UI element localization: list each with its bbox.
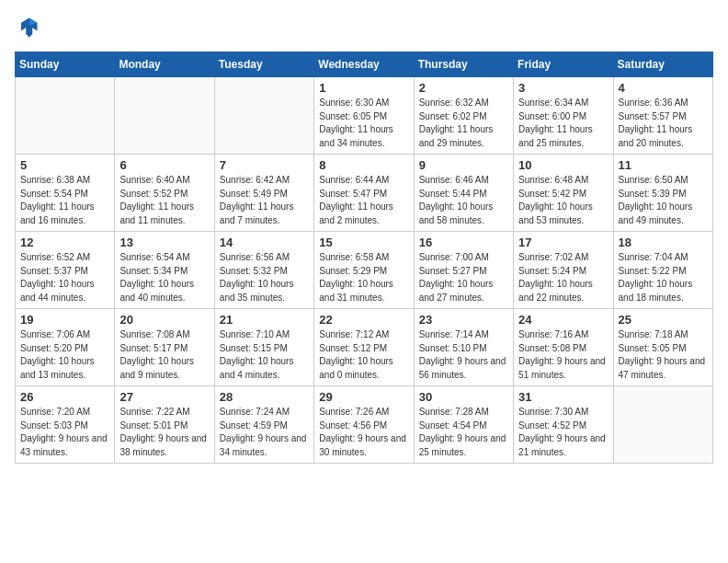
calendar-cell: 28Sunrise: 7:24 AM Sunset: 4:59 PM Dayli…: [214, 386, 313, 464]
day-info: Sunrise: 7:24 AM Sunset: 4:59 PM Dayligh…: [220, 406, 309, 459]
calendar-cell: 21Sunrise: 7:10 AM Sunset: 5:15 PM Dayli…: [214, 309, 313, 386]
calendar-cell: 1Sunrise: 6:30 AM Sunset: 6:05 PM Daylig…: [314, 77, 414, 155]
calendar-cell: 23Sunrise: 7:14 AM Sunset: 5:10 PM Dayli…: [414, 309, 513, 386]
day-info: Sunrise: 6:36 AM Sunset: 5:57 PM Dayligh…: [619, 97, 708, 150]
day-header-sunday: Sunday: [16, 52, 115, 77]
calendar-cell: 27Sunrise: 7:22 AM Sunset: 5:01 PM Dayli…: [115, 386, 214, 464]
calendar-table: SundayMondayTuesdayWednesdayThursdayFrid…: [15, 52, 713, 464]
calendar-week-row: 19Sunrise: 7:06 AM Sunset: 5:20 PM Dayli…: [16, 309, 713, 386]
day-number: 8: [319, 158, 408, 172]
day-number: 13: [119, 236, 209, 249]
calendar-header-row: SundayMondayTuesdayWednesdayThursdayFrid…: [16, 52, 713, 77]
calendar-cell: [115, 77, 214, 155]
day-header-saturday: Saturday: [613, 52, 712, 77]
day-number: 16: [419, 236, 508, 249]
calendar-cell: 29Sunrise: 7:26 AM Sunset: 4:56 PM Dayli…: [314, 386, 414, 464]
day-info: Sunrise: 6:54 AM Sunset: 5:34 PM Dayligh…: [119, 251, 209, 304]
calendar-cell: 18Sunrise: 7:04 AM Sunset: 5:22 PM Dayli…: [613, 232, 712, 309]
day-info: Sunrise: 7:14 AM Sunset: 5:10 PM Dayligh…: [419, 328, 508, 382]
calendar-week-row: 1Sunrise: 6:30 AM Sunset: 6:05 PM Daylig…: [16, 77, 713, 155]
calendar-week-row: 5Sunrise: 6:38 AM Sunset: 5:54 PM Daylig…: [16, 155, 713, 232]
page-header: [15, 15, 713, 40]
day-number: 26: [20, 390, 109, 404]
day-number: 31: [518, 390, 608, 404]
day-info: Sunrise: 6:58 AM Sunset: 5:29 PM Dayligh…: [319, 251, 408, 304]
calendar-cell: 26Sunrise: 7:20 AM Sunset: 5:03 PM Dayli…: [16, 386, 115, 464]
day-number: 10: [518, 158, 608, 172]
day-info: Sunrise: 6:48 AM Sunset: 5:42 PM Dayligh…: [518, 174, 608, 227]
day-info: Sunrise: 6:46 AM Sunset: 5:44 PM Dayligh…: [419, 174, 508, 227]
day-info: Sunrise: 7:02 AM Sunset: 5:24 PM Dayligh…: [518, 251, 608, 304]
day-info: Sunrise: 7:06 AM Sunset: 5:20 PM Dayligh…: [20, 328, 109, 382]
calendar-cell: 19Sunrise: 7:06 AM Sunset: 5:20 PM Dayli…: [16, 309, 115, 386]
calendar-cell: 17Sunrise: 7:02 AM Sunset: 5:24 PM Dayli…: [514, 232, 613, 309]
day-number: 24: [518, 313, 608, 327]
day-number: 30: [419, 390, 508, 404]
calendar-cell: [16, 77, 115, 155]
day-number: 9: [419, 158, 508, 172]
calendar-cell: 20Sunrise: 7:08 AM Sunset: 5:17 PM Dayli…: [115, 309, 214, 386]
calendar-cell: 14Sunrise: 6:56 AM Sunset: 5:32 PM Dayli…: [214, 232, 313, 309]
day-number: 2: [419, 81, 508, 95]
calendar-cell: 24Sunrise: 7:16 AM Sunset: 5:08 PM Dayli…: [514, 309, 613, 386]
day-number: 27: [119, 390, 209, 404]
day-header-friday: Friday: [514, 52, 613, 77]
day-info: Sunrise: 6:42 AM Sunset: 5:49 PM Dayligh…: [220, 174, 309, 227]
day-info: Sunrise: 7:16 AM Sunset: 5:08 PM Dayligh…: [518, 328, 608, 382]
day-number: 11: [619, 158, 708, 172]
logo-icon: [15, 15, 40, 40]
day-info: Sunrise: 7:10 AM Sunset: 5:15 PM Dayligh…: [220, 328, 309, 382]
calendar-cell: 13Sunrise: 6:54 AM Sunset: 5:34 PM Dayli…: [115, 232, 214, 309]
calendar-cell: 15Sunrise: 6:58 AM Sunset: 5:29 PM Dayli…: [314, 232, 414, 309]
calendar-cell: 3Sunrise: 6:34 AM Sunset: 6:00 PM Daylig…: [514, 77, 613, 155]
day-info: Sunrise: 7:00 AM Sunset: 5:27 PM Dayligh…: [419, 251, 508, 304]
day-info: Sunrise: 7:18 AM Sunset: 5:05 PM Dayligh…: [619, 328, 708, 382]
calendar-week-row: 26Sunrise: 7:20 AM Sunset: 5:03 PM Dayli…: [16, 386, 713, 464]
calendar-cell: 10Sunrise: 6:48 AM Sunset: 5:42 PM Dayli…: [514, 155, 613, 232]
day-info: Sunrise: 6:38 AM Sunset: 5:54 PM Dayligh…: [20, 174, 109, 227]
day-number: 19: [20, 313, 109, 327]
calendar-cell: [214, 77, 313, 155]
day-number: 28: [220, 390, 309, 404]
day-info: Sunrise: 6:56 AM Sunset: 5:32 PM Dayligh…: [220, 251, 309, 304]
calendar-week-row: 12Sunrise: 6:52 AM Sunset: 5:37 PM Dayli…: [16, 232, 713, 309]
calendar-cell: 4Sunrise: 6:36 AM Sunset: 5:57 PM Daylig…: [613, 77, 712, 155]
calendar-cell: 11Sunrise: 6:50 AM Sunset: 5:39 PM Dayli…: [613, 155, 712, 232]
day-number: 7: [220, 158, 309, 172]
calendar-cell: 30Sunrise: 7:28 AM Sunset: 4:54 PM Dayli…: [414, 386, 513, 464]
day-info: Sunrise: 6:44 AM Sunset: 5:47 PM Dayligh…: [319, 174, 408, 227]
day-info: Sunrise: 7:26 AM Sunset: 4:56 PM Dayligh…: [319, 406, 408, 459]
day-number: 3: [518, 81, 608, 95]
day-header-wednesday: Wednesday: [314, 52, 414, 77]
day-number: 1: [319, 81, 408, 95]
day-number: 23: [419, 313, 508, 327]
day-number: 12: [20, 236, 109, 249]
day-number: 22: [319, 313, 408, 327]
day-info: Sunrise: 7:28 AM Sunset: 4:54 PM Dayligh…: [419, 406, 508, 459]
calendar-cell: 25Sunrise: 7:18 AM Sunset: 5:05 PM Dayli…: [613, 309, 712, 386]
day-number: 25: [619, 313, 708, 327]
day-number: 6: [119, 158, 209, 172]
day-info: Sunrise: 6:52 AM Sunset: 5:37 PM Dayligh…: [20, 251, 109, 304]
day-info: Sunrise: 7:08 AM Sunset: 5:17 PM Dayligh…: [119, 328, 209, 382]
day-number: 14: [220, 236, 309, 249]
day-info: Sunrise: 6:32 AM Sunset: 6:02 PM Dayligh…: [419, 97, 508, 150]
day-number: 18: [619, 236, 708, 249]
calendar-cell: 8Sunrise: 6:44 AM Sunset: 5:47 PM Daylig…: [314, 155, 414, 232]
day-info: Sunrise: 6:40 AM Sunset: 5:52 PM Dayligh…: [119, 174, 209, 227]
calendar-cell: 5Sunrise: 6:38 AM Sunset: 5:54 PM Daylig…: [16, 155, 115, 232]
calendar-cell: 12Sunrise: 6:52 AM Sunset: 5:37 PM Dayli…: [16, 232, 115, 309]
day-number: 29: [319, 390, 408, 404]
day-number: 17: [518, 236, 608, 249]
day-number: 4: [619, 81, 708, 95]
calendar-cell: [613, 386, 712, 464]
logo: [15, 15, 44, 40]
calendar-cell: 16Sunrise: 7:00 AM Sunset: 5:27 PM Dayli…: [414, 232, 513, 309]
calendar-cell: 2Sunrise: 6:32 AM Sunset: 6:02 PM Daylig…: [414, 77, 513, 155]
calendar-cell: 6Sunrise: 6:40 AM Sunset: 5:52 PM Daylig…: [115, 155, 214, 232]
day-number: 15: [319, 236, 408, 249]
day-header-tuesday: Tuesday: [214, 52, 313, 77]
day-number: 21: [220, 313, 309, 327]
day-info: Sunrise: 7:12 AM Sunset: 5:12 PM Dayligh…: [319, 328, 408, 382]
day-info: Sunrise: 7:22 AM Sunset: 5:01 PM Dayligh…: [119, 406, 209, 459]
